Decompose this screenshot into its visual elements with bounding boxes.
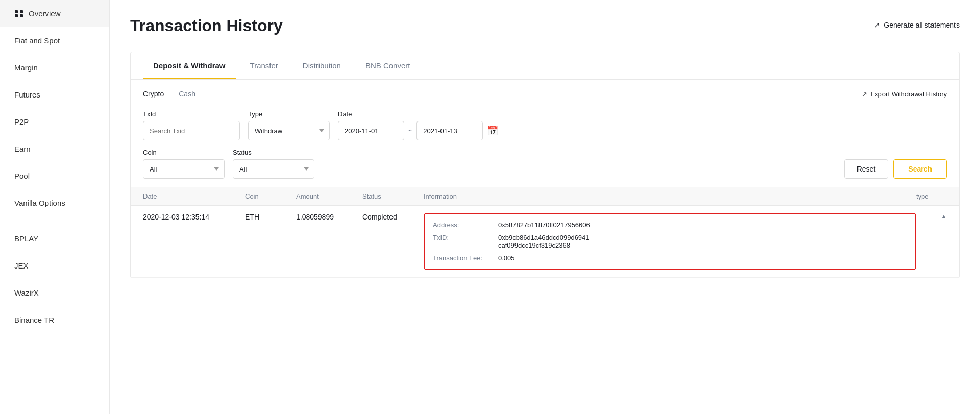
table-row: 2020-12-03 12:35:14 ETH 1.08059899 Compl… [131, 206, 959, 278]
generate-statements-button[interactable]: ↗ Generate all statements [874, 16, 960, 30]
sidebar-item-wazirx[interactable]: WazirX [0, 279, 109, 306]
coin-select[interactable]: All BTC ETH BNB [143, 159, 225, 179]
filters-section: TxId Type Withdraw Deposit Date ~ 📅 [131, 106, 959, 187]
date-from-input[interactable] [338, 121, 404, 140]
date-label: Date [338, 110, 498, 118]
sidebar-item-futures[interactable]: Futures [0, 81, 109, 108]
sidebar-item-pool[interactable]: Pool [0, 162, 109, 189]
calendar-icon[interactable]: 📅 [487, 125, 498, 136]
sidebar-item-label-fiat-spot: Fiat and Spot [14, 36, 60, 45]
txid-input[interactable] [143, 121, 240, 140]
txid-row: TxID: 0xb9cb86d1a46ddcd099d6941 caf099dc… [433, 234, 907, 249]
sub-tabs-bar: Crypto Cash ↗ Export Withdrawal History [131, 80, 959, 106]
search-button[interactable]: Search [893, 159, 947, 179]
sub-tab-divider [171, 90, 172, 98]
sidebar-item-fiat-spot[interactable]: Fiat and Spot [0, 27, 109, 54]
info-card: Address: 0x587827b11870ff0217956606 TxID… [424, 213, 916, 270]
type-select[interactable]: Withdraw Deposit [248, 121, 330, 140]
sidebar-item-label-bplay: BPLAY [14, 234, 38, 243]
date-filter-group: Date ~ 📅 [338, 110, 498, 140]
external-link-icon: ↗ [874, 20, 880, 30]
svg-rect-1 [15, 14, 18, 17]
status-label: Status [233, 149, 314, 156]
sidebar-item-label-earn: Earn [14, 144, 31, 153]
txid-val2: caf099dcc19cf319c2368 [498, 241, 570, 249]
page-title: Transaction History [130, 16, 283, 35]
sidebar-item-margin[interactable]: Margin [0, 54, 109, 81]
address-row: Address: 0x587827b11870ff0217956606 [433, 221, 907, 229]
tab-bnb-convert[interactable]: BNB Convert [355, 52, 421, 79]
status-filter-group: Status All Completed Pending Failed [233, 149, 314, 179]
grid-icon [14, 10, 23, 17]
col-header-coin: Coin [245, 192, 296, 200]
sidebar-divider [0, 221, 109, 221]
sidebar-item-overview[interactable]: Overview [0, 0, 109, 27]
sidebar-item-label-binance-tr: Binance TR [14, 315, 54, 324]
sidebar-item-label-futures: Futures [14, 90, 40, 99]
row-information: Address: 0x587827b11870ff0217956606 TxID… [424, 213, 916, 270]
date-separator: ~ [408, 127, 412, 135]
txid-filter-group: TxId [143, 110, 240, 140]
sidebar-item-label-wazirx: WazirX [14, 288, 39, 297]
col-header-type: type [916, 192, 947, 200]
col-header-information: Information [424, 192, 916, 200]
fee-row: Transaction Fee: 0.005 [433, 254, 907, 262]
txid-info-value: 0xb9cb86d1a46ddcd099d6941 caf099dcc19cf3… [498, 234, 590, 249]
date-to-input[interactable] [416, 121, 483, 140]
type-label: Type [248, 110, 330, 118]
sidebar-item-earn[interactable]: Earn [0, 135, 109, 162]
address-label: Address: [433, 221, 494, 229]
row-coin: ETH [245, 213, 296, 221]
sidebar-item-label-vanilla-options: Vanilla Options [14, 199, 65, 207]
col-header-status: Status [362, 192, 424, 200]
fee-label: Transaction Fee: [433, 254, 494, 262]
sub-tabs-left: Crypto Cash [143, 88, 195, 100]
tab-deposit-withdraw[interactable]: Deposit & Withdraw [143, 52, 236, 79]
status-select[interactable]: All Completed Pending Failed [233, 159, 314, 179]
tab-distribution[interactable]: Distribution [292, 52, 351, 79]
row-amount: 1.08059899 [296, 213, 362, 221]
page-header: Transaction History ↗ Generate all state… [130, 16, 960, 35]
sidebar-item-binance-tr[interactable]: Binance TR [0, 306, 109, 333]
filter-actions: Reset Search [844, 159, 947, 179]
main-tabs: Deposit & Withdraw Transfer Distribution… [131, 52, 959, 80]
table-header: Date Coin Amount Status Information type [131, 187, 959, 206]
sidebar-item-label-overview: Overview [29, 9, 61, 18]
txid-info-label: TxID: [433, 234, 494, 241]
sidebar-item-p2p[interactable]: P2P [0, 108, 109, 135]
svg-rect-3 [20, 14, 23, 17]
export-withdrawal-button[interactable]: ↗ Export Withdrawal History [862, 90, 947, 98]
main-content: Transaction History ↗ Generate all state… [110, 0, 980, 414]
date-range: ~ 📅 [338, 121, 498, 140]
sidebar-item-jex[interactable]: JEX [0, 252, 109, 279]
sidebar-item-vanilla-options[interactable]: Vanilla Options [0, 189, 109, 216]
svg-rect-2 [20, 10, 23, 13]
txid-label: TxId [143, 110, 240, 118]
sub-tab-crypto[interactable]: Crypto [143, 88, 164, 100]
row-status: Completed [362, 213, 424, 221]
sidebar-item-label-pool: Pool [14, 172, 30, 180]
reset-button[interactable]: Reset [844, 159, 889, 179]
sidebar-item-bplay[interactable]: BPLAY [0, 225, 109, 252]
sidebar-item-label-p2p: P2P [14, 117, 29, 126]
row-expand-toggle[interactable]: ▲ [916, 213, 947, 220]
coin-label: Coin [143, 149, 225, 156]
col-header-amount: Amount [296, 192, 362, 200]
tab-transfer[interactable]: Transfer [240, 52, 288, 79]
type-filter-group: Type Withdraw Deposit [248, 110, 330, 140]
export-icon: ↗ [862, 90, 867, 98]
coin-filter-group: Coin All BTC ETH BNB [143, 149, 225, 179]
address-value: 0x587827b11870ff0217956606 [498, 221, 590, 229]
export-btn-label: Export Withdrawal History [870, 90, 947, 98]
sidebar: Overview Fiat and Spot Margin Futures P2… [0, 0, 110, 414]
generate-btn-label: Generate all statements [884, 21, 960, 29]
sub-tab-cash[interactable]: Cash [179, 88, 195, 100]
txid-val1: 0xb9cb86d1a46ddcd099d6941 [498, 234, 590, 241]
col-header-date: Date [143, 192, 245, 200]
svg-rect-0 [15, 10, 18, 13]
transaction-card: Deposit & Withdraw Transfer Distribution… [130, 52, 960, 278]
row-date: 2020-12-03 12:35:14 [143, 213, 245, 221]
sidebar-item-label-margin: Margin [14, 63, 38, 72]
sidebar-item-label-jex: JEX [14, 261, 29, 270]
fee-value: 0.005 [498, 254, 515, 262]
